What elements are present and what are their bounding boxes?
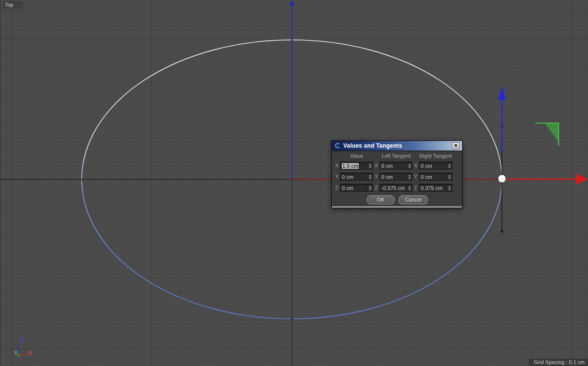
dialog-titlebar[interactable]: Values and Tangents ✕ — [332, 141, 462, 151]
left-tangent-y-spinner[interactable] — [406, 173, 412, 180]
row-y-label: Y — [335, 174, 340, 179]
ok-button[interactable]: OK — [367, 195, 395, 204]
row-z-label: Z — [414, 185, 419, 190]
right-tangent-z-field[interactable]: 0.375 cm — [419, 184, 452, 192]
spinner-down-icon[interactable] — [369, 177, 372, 179]
left-tangent-y-field[interactable]: 0 cm — [379, 173, 413, 181]
viewport[interactable]: Top Z Y X Grid Spacing : 0.1 cm Values a… — [0, 0, 588, 366]
value-y-spinner[interactable] — [367, 173, 373, 180]
spline-point-bottom[interactable] — [291, 318, 293, 320]
triad-x-label: X — [28, 350, 32, 356]
row-x-label: X — [375, 163, 379, 168]
right-tangent-y-text: 0 cm — [419, 174, 446, 180]
spinner-down-icon[interactable] — [408, 177, 411, 179]
column-header-value: Value — [350, 153, 363, 159]
left-tangent-z-spinner[interactable] — [406, 184, 412, 191]
selected-spline-point[interactable] — [498, 175, 506, 183]
spinner-up-icon[interactable] — [408, 186, 411, 188]
dialog-title: Values and Tangents — [343, 142, 450, 149]
spinner-up-icon[interactable] — [408, 164, 411, 165]
gizmo-plane-handle-triangle[interactable] — [545, 124, 558, 141]
spinner-down-icon[interactable] — [369, 166, 372, 168]
spinner-up-icon[interactable] — [369, 186, 372, 188]
row-z-label: Z — [375, 185, 379, 190]
left-tangent-z-field[interactable]: -0.375 cm — [379, 184, 413, 192]
spinner-up-icon[interactable] — [448, 164, 451, 165]
right-tangent-x-field[interactable]: 0 cm — [419, 162, 452, 170]
right-tangent-x-text: 0 cm — [419, 163, 446, 169]
viewport-left-edge — [0, 0, 0, 366]
value-z-field[interactable]: 0 cm — [340, 184, 373, 192]
row-z-label: Z — [335, 185, 340, 190]
tangent-handle-bottom-dot[interactable] — [501, 230, 503, 232]
spinner-down-icon[interactable] — [448, 166, 451, 168]
column-header-right-tangent: Right Tangent — [419, 153, 452, 159]
value-y-text: 0 cm — [340, 174, 367, 180]
spinner-up-icon[interactable] — [448, 186, 451, 188]
world-z-axis-arrow-icon — [289, 0, 295, 6]
spinner-down-icon[interactable] — [448, 177, 451, 179]
column-header-left-tangent: Left Tangent — [382, 153, 411, 159]
viewport-canvas[interactable] — [0, 0, 588, 366]
row-x-label: X — [335, 163, 340, 168]
row-y-label: Y — [375, 174, 379, 179]
right-tangent-z-spinner[interactable] — [446, 184, 452, 191]
close-icon[interactable]: ✕ — [452, 142, 460, 149]
cancel-button[interactable]: Cancel — [399, 195, 428, 204]
value-x-field[interactable]: 1.5 cm — [340, 162, 373, 170]
value-x-text: 1.5 cm — [342, 163, 359, 169]
left-tangent-x-text: 0 cm — [380, 163, 406, 169]
left-tangent-x-spinner[interactable] — [406, 162, 412, 169]
app-icon — [334, 142, 341, 149]
triad-y-label: Y — [14, 350, 17, 355]
spinner-down-icon[interactable] — [448, 189, 451, 190]
spinner-up-icon[interactable] — [369, 164, 372, 165]
spinner-up-icon[interactable] — [448, 175, 451, 177]
gizmo-x-arrow-icon[interactable] — [576, 174, 588, 185]
right-tangent-y-spinner[interactable] — [446, 173, 452, 180]
spinner-down-icon[interactable] — [408, 166, 411, 168]
value-z-text: 0 cm — [340, 185, 367, 191]
spline-point-left[interactable] — [82, 179, 84, 181]
spinner-down-icon[interactable] — [408, 189, 411, 190]
left-tangent-x-field[interactable]: 0 cm — [379, 162, 413, 170]
spline-point-top[interactable] — [291, 39, 293, 41]
dialog-bottom-edge — [332, 206, 462, 208]
value-y-field[interactable]: 0 cm — [340, 173, 373, 181]
left-tangent-y-text: 0 cm — [380, 174, 406, 180]
triad-z-label: Z — [20, 337, 24, 342]
spinner-up-icon[interactable] — [369, 175, 372, 177]
spinner-down-icon[interactable] — [369, 189, 372, 190]
right-tangent-y-field[interactable]: 0 cm — [419, 173, 452, 181]
right-tangent-x-spinner[interactable] — [446, 162, 452, 169]
row-y-label: Y — [414, 174, 419, 179]
gizmo-z-arrow-icon[interactable] — [499, 86, 506, 100]
value-x-spinner[interactable] — [367, 162, 373, 169]
view-label[interactable]: Top — [3, 1, 23, 9]
left-tangent-z-text: -0.375 cm — [380, 185, 406, 191]
grid-spacing-status: Grid Spacing : 0.1 cm — [529, 359, 588, 366]
spinner-up-icon[interactable] — [408, 175, 411, 177]
values-and-tangents-dialog: Values and Tangents ✕ Value Left Tangent… — [331, 140, 463, 208]
row-x-label: X — [414, 163, 419, 168]
value-z-spinner[interactable] — [367, 184, 373, 191]
right-tangent-z-text: 0.375 cm — [419, 185, 446, 191]
